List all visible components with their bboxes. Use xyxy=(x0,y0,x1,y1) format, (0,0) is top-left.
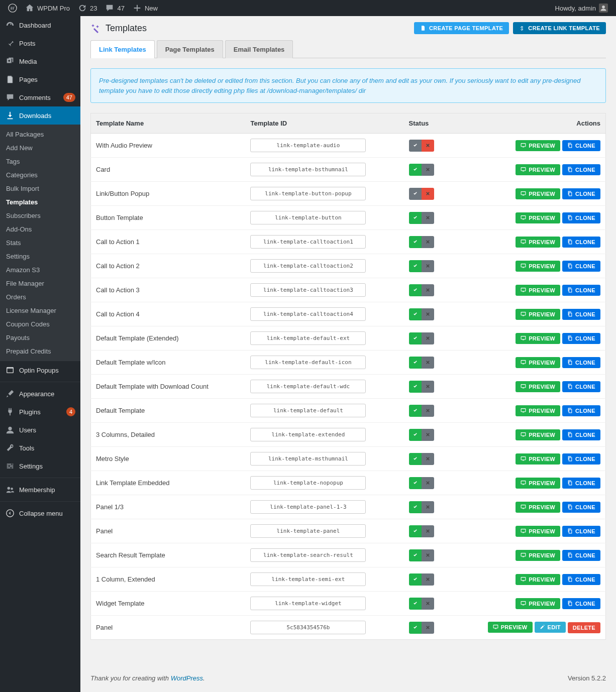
clone-button[interactable]: Clone xyxy=(562,526,600,537)
status-inactive-button[interactable] xyxy=(422,164,434,176)
template-id-input[interactable] xyxy=(250,428,366,441)
status-inactive-button[interactable] xyxy=(422,308,434,320)
preview-button[interactable]: Preview xyxy=(488,622,533,633)
clone-button[interactable]: Clone xyxy=(562,502,600,513)
status-inactive-button[interactable] xyxy=(422,332,434,344)
template-id-input[interactable] xyxy=(250,235,366,249)
submenu-item-orders[interactable]: Orders xyxy=(0,290,80,304)
clone-button[interactable]: Clone xyxy=(562,478,600,489)
site-link[interactable]: WPDM Pro xyxy=(21,0,74,16)
clone-button[interactable]: Clone xyxy=(562,574,600,585)
submenu-item-payouts[interactable]: Payouts xyxy=(0,331,80,344)
wp-logo[interactable] xyxy=(4,0,21,16)
preview-button[interactable]: Preview xyxy=(516,140,560,151)
status-toggle[interactable] xyxy=(409,525,434,537)
clone-button[interactable]: Clone xyxy=(562,309,600,320)
preview-button[interactable]: Preview xyxy=(516,285,560,296)
clone-button[interactable]: Clone xyxy=(562,429,600,440)
status-toggle[interactable] xyxy=(409,212,434,224)
status-active-button[interactable] xyxy=(409,357,422,369)
submenu-item-tags[interactable]: Tags xyxy=(0,155,80,168)
status-toggle[interactable] xyxy=(409,477,434,489)
status-toggle[interactable] xyxy=(409,284,434,296)
status-active-button[interactable] xyxy=(409,405,422,417)
status-active-button[interactable] xyxy=(409,236,422,248)
menu-item-optin-popups[interactable]: Optin Popups xyxy=(0,361,80,379)
preview-button[interactable]: Preview xyxy=(516,478,560,489)
status-inactive-button[interactable] xyxy=(422,573,434,586)
edit-button[interactable]: Edit xyxy=(535,622,566,633)
template-id-input[interactable] xyxy=(250,500,366,514)
status-inactive-button[interactable] xyxy=(422,598,434,610)
status-inactive-button[interactable] xyxy=(422,284,434,296)
tab-page-templates[interactable]: Page Templates xyxy=(157,40,223,58)
clone-button[interactable]: Clone xyxy=(562,261,600,272)
status-active-button[interactable] xyxy=(409,332,422,344)
template-id-input[interactable] xyxy=(250,380,366,393)
menu-item-tools[interactable]: Tools xyxy=(0,439,80,457)
status-active-button[interactable] xyxy=(409,164,422,176)
preview-button[interactable]: Preview xyxy=(516,212,560,223)
status-active-button[interactable] xyxy=(409,381,422,393)
updates-link[interactable]: 23 xyxy=(74,0,101,16)
status-inactive-button[interactable] xyxy=(422,188,434,200)
create-page-template-button[interactable]: Create Page Template xyxy=(414,22,509,34)
status-toggle[interactable] xyxy=(409,308,434,320)
preview-button[interactable]: Preview xyxy=(516,598,560,609)
preview-button[interactable]: Preview xyxy=(516,188,560,199)
status-active-button[interactable] xyxy=(409,525,422,537)
clone-button[interactable]: Clone xyxy=(562,285,600,296)
status-toggle[interactable] xyxy=(409,357,434,369)
menu-item-plugins[interactable]: Plugins4 xyxy=(0,403,80,421)
submenu-item-settings[interactable]: Settings xyxy=(0,250,80,263)
status-toggle[interactable] xyxy=(409,260,434,272)
preview-button[interactable]: Preview xyxy=(516,381,560,392)
status-toggle[interactable] xyxy=(409,188,434,200)
clone-button[interactable]: Clone xyxy=(562,188,600,199)
preview-button[interactable]: Preview xyxy=(516,526,560,537)
submenu-item-license-manager[interactable]: License Manager xyxy=(0,304,80,317)
clone-button[interactable]: Clone xyxy=(562,598,600,609)
status-inactive-button[interactable] xyxy=(422,405,434,417)
status-inactive-button[interactable] xyxy=(422,140,434,152)
status-toggle[interactable] xyxy=(409,140,434,152)
menu-item-pages[interactable]: Pages xyxy=(0,70,80,88)
template-id-input[interactable] xyxy=(250,597,366,610)
status-toggle[interactable] xyxy=(409,405,434,417)
comments-link[interactable]: 47 xyxy=(101,0,128,16)
template-id-input[interactable] xyxy=(250,163,366,176)
status-inactive-button[interactable] xyxy=(422,453,434,465)
preview-button[interactable]: Preview xyxy=(516,550,560,561)
submenu-item-file-manager[interactable]: File Manager xyxy=(0,277,80,290)
status-active-button[interactable] xyxy=(409,429,422,441)
submenu-item-add-ons[interactable]: Add-Ons xyxy=(0,222,80,236)
status-active-button[interactable] xyxy=(409,308,422,320)
clone-button[interactable]: Clone xyxy=(562,164,600,175)
template-id-input[interactable] xyxy=(250,139,366,152)
tab-link-templates[interactable]: Link Templates xyxy=(90,40,155,58)
clone-button[interactable]: Clone xyxy=(562,357,600,368)
status-inactive-button[interactable] xyxy=(422,357,434,369)
submenu-item-coupon-codes[interactable]: Coupon Codes xyxy=(0,317,80,331)
preview-button[interactable]: Preview xyxy=(516,333,560,344)
new-content-link[interactable]: New xyxy=(129,0,162,16)
account-link[interactable]: Howdy, admin xyxy=(551,0,612,16)
status-active-button[interactable] xyxy=(409,573,422,586)
status-inactive-button[interactable] xyxy=(422,212,434,224)
clone-button[interactable]: Clone xyxy=(562,381,600,392)
status-toggle[interactable] xyxy=(409,332,434,344)
template-id-input[interactable] xyxy=(250,476,366,490)
menu-item-dashboard[interactable]: Dashboard xyxy=(0,16,80,34)
status-inactive-button[interactable] xyxy=(422,429,434,441)
template-id-input[interactable] xyxy=(250,283,366,297)
status-active-button[interactable] xyxy=(409,140,422,152)
status-toggle[interactable] xyxy=(409,164,434,176)
status-toggle[interactable] xyxy=(409,573,434,586)
status-toggle[interactable] xyxy=(409,453,434,465)
preview-button[interactable]: Preview xyxy=(516,574,560,585)
status-toggle[interactable] xyxy=(409,549,434,561)
preview-button[interactable]: Preview xyxy=(516,261,560,272)
clone-button[interactable]: Clone xyxy=(562,405,600,416)
status-inactive-button[interactable] xyxy=(422,525,434,537)
create-link-template-button[interactable]: Create Link Template xyxy=(513,22,606,34)
